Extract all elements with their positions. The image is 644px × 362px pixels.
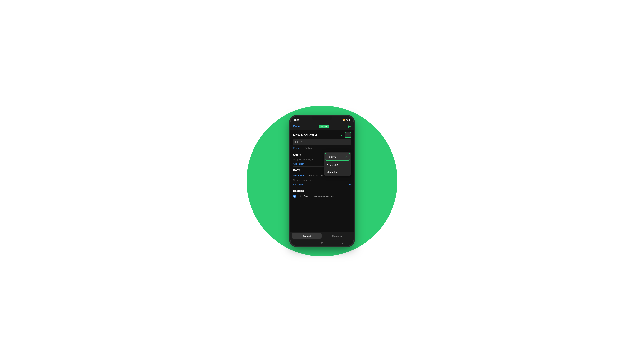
header-value: ontent-Type lication/x-www-form-urlencod… — [298, 195, 337, 197]
body-add-param[interactable]: Add Param — [293, 183, 304, 186]
tab-params[interactable]: Params — [293, 147, 301, 151]
dropdown-item-share-link[interactable]: Share link — [324, 169, 351, 176]
header-item: ontent-Type lication/x-www-form-urlencod… — [290, 193, 354, 199]
body-actions: Add Param Edit — [290, 183, 354, 187]
rename-check-icon: ✓ — [345, 155, 348, 159]
header-checkbox[interactable] — [293, 195, 296, 198]
status-time: 10:11 — [294, 119, 299, 121]
nav-bar: Done POST ▶ — [290, 123, 354, 130]
query-add-param[interactable]: Add Param — [293, 163, 304, 165]
dots-icon: ••• — [347, 133, 350, 136]
phone-notch — [312, 116, 332, 120]
battery-icon: ▮ — [349, 119, 350, 121]
method-badge[interactable]: POST — [319, 124, 329, 128]
body-tab-formdata[interactable]: FormData — [309, 174, 318, 178]
tab-settings[interactable]: Settings — [304, 147, 313, 151]
phone-frame: 10:11 📶 4G ▮ Done POST ▶ New Request 4 ✓… — [290, 116, 354, 246]
android-nav-bar: ☰ □ ◁ — [290, 240, 354, 246]
params-tabs-row: Params Settings — [290, 147, 354, 151]
confirm-icon[interactable]: ✓ — [340, 133, 344, 137]
body-empty-text: No body params yet — [290, 178, 354, 183]
url-bar[interactable]: https:// — [293, 139, 351, 145]
dropdown-item-export-curl[interactable]: Export cURL — [324, 162, 351, 169]
tab-response[interactable]: Response — [322, 233, 352, 239]
url-value: https:// — [295, 141, 302, 143]
status-icons: 📶 4G ▮ — [343, 119, 350, 121]
run-button[interactable]: ▶ — [348, 124, 351, 128]
title-actions: ✓ ••• — [340, 132, 351, 138]
request-title: New Request 4 — [293, 133, 317, 137]
bottom-tab-bar: Request Response — [290, 232, 354, 240]
dropdown-menu: Rename ✓ Export cURL Share link — [324, 152, 351, 176]
signal-icon: 📶 — [343, 119, 345, 121]
dropdown-item-rename[interactable]: Rename ✓ — [325, 153, 350, 161]
tab-request[interactable]: Request — [292, 233, 322, 239]
android-back-icon[interactable]: ◁ — [342, 242, 344, 244]
headers-section-title: Headers — [290, 187, 354, 193]
android-menu-icon[interactable]: ☰ — [300, 242, 302, 244]
done-button[interactable]: Done — [293, 125, 300, 128]
more-menu-button[interactable]: ••• — [345, 132, 351, 138]
request-title-area: New Request 4 ✓ ••• — [290, 130, 354, 139]
body-tab-urlencoded[interactable]: URLEncoded — [293, 174, 306, 178]
body-edit[interactable]: Edit — [347, 183, 351, 186]
main-content: New Request 4 ✓ ••• https:// Params Set — [290, 130, 354, 232]
android-home-icon[interactable]: □ — [322, 242, 323, 244]
network-icon: 4G — [346, 119, 348, 121]
page-container: 10:11 📶 4G ▮ Done POST ▶ New Request 4 ✓… — [0, 0, 644, 362]
